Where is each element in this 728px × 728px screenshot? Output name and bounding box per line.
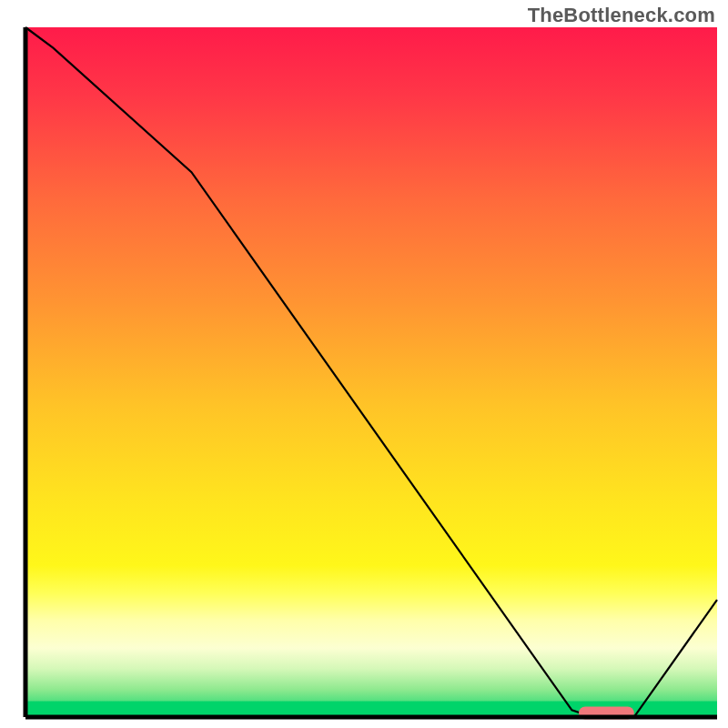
watermark-text: TheBottleneck.com	[528, 4, 715, 27]
plot-background	[25, 27, 717, 717]
chart-svg	[0, 0, 728, 728]
chart-container: TheBottleneck.com	[0, 0, 728, 728]
